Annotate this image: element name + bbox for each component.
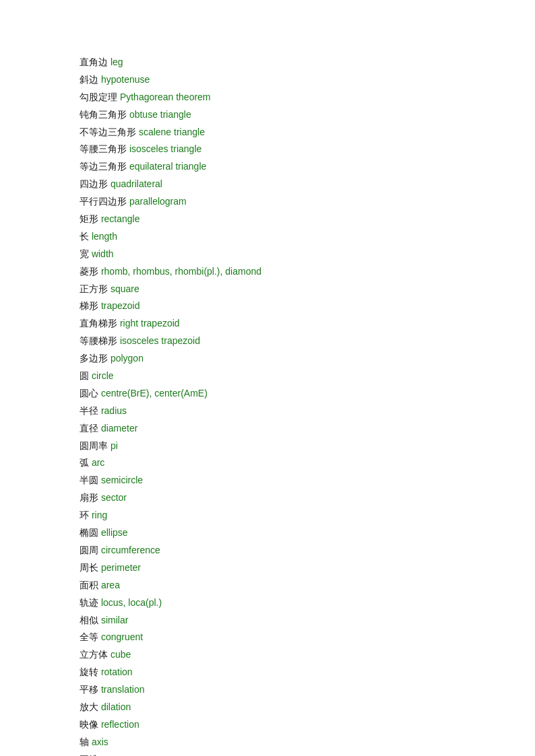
chinese-term: 直角梯形 — [80, 318, 117, 329]
list-item: 椭圆 ellipse — [80, 524, 455, 542]
english-term: rectangle — [101, 213, 140, 224]
list-item: 斜边 hypotenuse — [80, 71, 455, 89]
chinese-term: 面积 — [80, 580, 98, 590]
english-term: reflection — [101, 719, 139, 730]
chinese-term: 全等 — [80, 631, 98, 642]
english-term: obtuse triangle — [129, 109, 191, 120]
chinese-term: 半径 — [80, 405, 98, 416]
list-item: 勾股定理 Pythagorean theorem — [80, 89, 455, 106]
list-item: 弧 arc — [80, 454, 455, 472]
english-term: axis — [92, 736, 108, 747]
english-term: rotation — [101, 666, 133, 677]
english-term: radius — [101, 405, 127, 416]
chinese-term: 映像 — [80, 719, 98, 730]
list-item: 圆周 circumference — [80, 542, 455, 559]
chinese-term: 长 — [80, 231, 89, 242]
english-term: locus, loca(pl.) — [101, 597, 162, 608]
english-term: pi — [111, 440, 118, 451]
chinese-term: 平行四边形 — [80, 196, 127, 207]
chinese-term: 圆心 — [80, 388, 98, 399]
english-term: leg — [111, 57, 123, 67]
list-item: 平行四边形 parallelogram — [80, 193, 455, 211]
english-term: isosceles triangle — [129, 143, 201, 154]
english-term: square — [111, 283, 139, 294]
list-item: 周长 perimeter — [80, 559, 455, 577]
chinese-term: 平移 — [80, 684, 98, 695]
term-list: 直角边 leg斜边 hypotenuse勾股定理 Pythagorean the… — [80, 54, 455, 756]
chinese-term: 菱形 — [80, 266, 98, 277]
english-term: rhomb, rhombus, rhombi(pl.), diamond — [101, 266, 261, 277]
english-term: semicircle — [101, 475, 143, 485]
chinese-term: 轴 — [80, 736, 89, 747]
chinese-term: 宽 — [80, 248, 89, 259]
chinese-term: 不等边三角形 — [80, 127, 136, 137]
english-term: sector — [101, 492, 127, 503]
english-term: right trapezoid — [120, 318, 180, 329]
chinese-term: 四边形 — [80, 178, 108, 189]
list-item: 映像 reflection — [80, 716, 455, 734]
list-item: 平移 translation — [80, 681, 455, 699]
english-term: translation — [101, 684, 145, 695]
list-item: 不等边三角形 scalene triangle — [80, 124, 455, 141]
chinese-term: 放大 — [80, 701, 98, 712]
list-item: 放大 dilation — [80, 699, 455, 716]
chinese-term: 圆锥 — [80, 754, 98, 756]
chinese-term: 椭圆 — [80, 527, 98, 538]
chinese-term: 半圆 — [80, 475, 98, 485]
list-item: 菱形 rhomb, rhombus, rhombi(pl.), diamond — [80, 263, 455, 281]
english-term: trapezoid — [101, 300, 140, 311]
list-item: 环 ring — [80, 507, 455, 524]
list-item: 轴 axis — [80, 734, 455, 751]
english-term: diameter — [101, 423, 137, 434]
english-term: isosceles trapezoid — [120, 335, 200, 346]
list-item: 正方形 square — [80, 281, 455, 298]
english-term: hypotenuse — [101, 74, 150, 85]
english-term: circumference — [101, 545, 160, 555]
chinese-term: 圆周 — [80, 545, 98, 555]
chinese-term: 扇形 — [80, 492, 98, 503]
list-item: 梯形 trapezoid — [80, 298, 455, 315]
english-term: ellipse — [101, 527, 128, 538]
chinese-term: 轨迹 — [80, 597, 98, 608]
list-item: 四边形 quadrilateral — [80, 176, 455, 193]
chinese-term: 立方体 — [80, 649, 108, 660]
list-item: 圆心 centre(BrE), center(AmE) — [80, 385, 455, 403]
chinese-term: 勾股定理 — [80, 92, 117, 102]
english-term: dilation — [101, 701, 131, 712]
chinese-term: 直角边 — [80, 57, 108, 67]
list-item: 全等 congruent — [80, 629, 455, 646]
list-item: 矩形 rectangle — [80, 211, 455, 228]
english-term: Pythagorean theorem — [120, 92, 211, 102]
list-item: 旋转 rotation — [80, 664, 455, 681]
chinese-term: 多边形 — [80, 353, 108, 364]
list-item: 等边三角形 equilateral triangle — [80, 158, 455, 176]
list-item: 直径 diameter — [80, 420, 455, 438]
chinese-term: 圆周率 — [80, 440, 108, 451]
chinese-term: 旋转 — [80, 666, 98, 677]
english-term: area — [101, 580, 120, 590]
list-item: 圆周率 pi — [80, 438, 455, 455]
list-item: 圆 circle — [80, 368, 455, 385]
english-term: length — [92, 231, 117, 242]
chinese-term: 矩形 — [80, 213, 98, 224]
english-term: centre(BrE), center(AmE) — [101, 388, 208, 399]
english-term: width — [92, 248, 114, 259]
english-term: arc — [92, 457, 104, 468]
chinese-term: 环 — [80, 510, 89, 520]
english-term: cone — [101, 754, 121, 756]
english-term: parallelogram — [129, 196, 187, 207]
chinese-term: 等腰梯形 — [80, 335, 117, 346]
english-term: equilateral triangle — [129, 161, 206, 172]
chinese-term: 相似 — [80, 615, 98, 625]
chinese-term: 周长 — [80, 562, 98, 573]
english-term: circle — [92, 370, 114, 381]
chinese-term: 等腰三角形 — [80, 143, 127, 154]
english-term: perimeter — [101, 562, 141, 573]
chinese-term: 斜边 — [80, 74, 98, 85]
list-item: 立方体 cube — [80, 646, 455, 664]
chinese-term: 梯形 — [80, 300, 98, 311]
english-term: polygon — [111, 353, 144, 364]
english-term: ring — [92, 510, 107, 520]
chinese-term: 钝角三角形 — [80, 109, 127, 120]
english-term: similar — [101, 615, 128, 625]
